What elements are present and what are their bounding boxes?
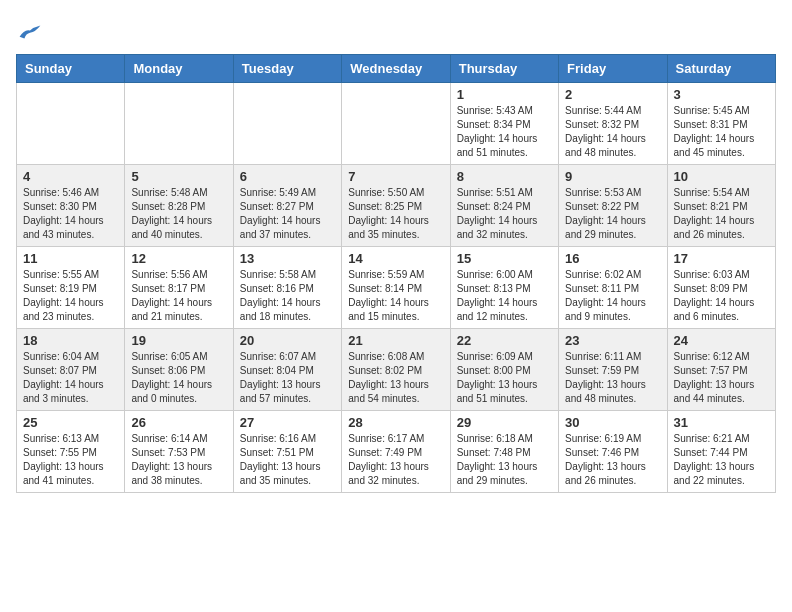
calendar-week-row: 4Sunrise: 5:46 AM Sunset: 8:30 PM Daylig…	[17, 165, 776, 247]
day-info: Sunrise: 6:11 AM Sunset: 7:59 PM Dayligh…	[565, 350, 660, 406]
calendar-week-row: 25Sunrise: 6:13 AM Sunset: 7:55 PM Dayli…	[17, 411, 776, 493]
calendar-cell: 9Sunrise: 5:53 AM Sunset: 8:22 PM Daylig…	[559, 165, 667, 247]
col-header-sunday: Sunday	[17, 55, 125, 83]
day-number: 12	[131, 251, 226, 266]
day-number: 11	[23, 251, 118, 266]
day-info: Sunrise: 6:05 AM Sunset: 8:06 PM Dayligh…	[131, 350, 226, 406]
calendar-week-row: 1Sunrise: 5:43 AM Sunset: 8:34 PM Daylig…	[17, 83, 776, 165]
day-number: 24	[674, 333, 769, 348]
calendar-cell: 19Sunrise: 6:05 AM Sunset: 8:06 PM Dayli…	[125, 329, 233, 411]
logo	[16, 20, 42, 44]
day-info: Sunrise: 5:55 AM Sunset: 8:19 PM Dayligh…	[23, 268, 118, 324]
day-number: 13	[240, 251, 335, 266]
day-info: Sunrise: 5:56 AM Sunset: 8:17 PM Dayligh…	[131, 268, 226, 324]
calendar-cell: 24Sunrise: 6:12 AM Sunset: 7:57 PM Dayli…	[667, 329, 775, 411]
day-number: 1	[457, 87, 552, 102]
day-number: 6	[240, 169, 335, 184]
day-info: Sunrise: 6:13 AM Sunset: 7:55 PM Dayligh…	[23, 432, 118, 488]
calendar-cell: 15Sunrise: 6:00 AM Sunset: 8:13 PM Dayli…	[450, 247, 558, 329]
calendar-cell: 23Sunrise: 6:11 AM Sunset: 7:59 PM Dayli…	[559, 329, 667, 411]
col-header-wednesday: Wednesday	[342, 55, 450, 83]
day-info: Sunrise: 5:54 AM Sunset: 8:21 PM Dayligh…	[674, 186, 769, 242]
calendar-cell: 29Sunrise: 6:18 AM Sunset: 7:48 PM Dayli…	[450, 411, 558, 493]
day-info: Sunrise: 6:14 AM Sunset: 7:53 PM Dayligh…	[131, 432, 226, 488]
day-info: Sunrise: 5:51 AM Sunset: 8:24 PM Dayligh…	[457, 186, 552, 242]
calendar-cell: 16Sunrise: 6:02 AM Sunset: 8:11 PM Dayli…	[559, 247, 667, 329]
calendar-cell: 22Sunrise: 6:09 AM Sunset: 8:00 PM Dayli…	[450, 329, 558, 411]
calendar-week-row: 18Sunrise: 6:04 AM Sunset: 8:07 PM Dayli…	[17, 329, 776, 411]
day-info: Sunrise: 6:19 AM Sunset: 7:46 PM Dayligh…	[565, 432, 660, 488]
calendar-table: SundayMondayTuesdayWednesdayThursdayFrid…	[16, 54, 776, 493]
day-info: Sunrise: 6:02 AM Sunset: 8:11 PM Dayligh…	[565, 268, 660, 324]
day-number: 3	[674, 87, 769, 102]
calendar-cell: 4Sunrise: 5:46 AM Sunset: 8:30 PM Daylig…	[17, 165, 125, 247]
day-info: Sunrise: 5:58 AM Sunset: 8:16 PM Dayligh…	[240, 268, 335, 324]
day-number: 21	[348, 333, 443, 348]
calendar-cell: 7Sunrise: 5:50 AM Sunset: 8:25 PM Daylig…	[342, 165, 450, 247]
calendar-cell: 20Sunrise: 6:07 AM Sunset: 8:04 PM Dayli…	[233, 329, 341, 411]
header	[16, 16, 776, 44]
day-number: 17	[674, 251, 769, 266]
calendar-cell: 14Sunrise: 5:59 AM Sunset: 8:14 PM Dayli…	[342, 247, 450, 329]
calendar-cell: 12Sunrise: 5:56 AM Sunset: 8:17 PM Dayli…	[125, 247, 233, 329]
calendar-cell: 3Sunrise: 5:45 AM Sunset: 8:31 PM Daylig…	[667, 83, 775, 165]
col-header-monday: Monday	[125, 55, 233, 83]
day-info: Sunrise: 6:00 AM Sunset: 8:13 PM Dayligh…	[457, 268, 552, 324]
day-info: Sunrise: 5:49 AM Sunset: 8:27 PM Dayligh…	[240, 186, 335, 242]
calendar-cell: 27Sunrise: 6:16 AM Sunset: 7:51 PM Dayli…	[233, 411, 341, 493]
calendar-cell: 1Sunrise: 5:43 AM Sunset: 8:34 PM Daylig…	[450, 83, 558, 165]
calendar-cell: 8Sunrise: 5:51 AM Sunset: 8:24 PM Daylig…	[450, 165, 558, 247]
day-number: 22	[457, 333, 552, 348]
calendar-cell: 13Sunrise: 5:58 AM Sunset: 8:16 PM Dayli…	[233, 247, 341, 329]
calendar-cell: 18Sunrise: 6:04 AM Sunset: 8:07 PM Dayli…	[17, 329, 125, 411]
day-number: 29	[457, 415, 552, 430]
day-info: Sunrise: 6:16 AM Sunset: 7:51 PM Dayligh…	[240, 432, 335, 488]
calendar-cell	[233, 83, 341, 165]
day-number: 26	[131, 415, 226, 430]
calendar-cell: 31Sunrise: 6:21 AM Sunset: 7:44 PM Dayli…	[667, 411, 775, 493]
day-info: Sunrise: 5:44 AM Sunset: 8:32 PM Dayligh…	[565, 104, 660, 160]
calendar-header-row: SundayMondayTuesdayWednesdayThursdayFrid…	[17, 55, 776, 83]
col-header-saturday: Saturday	[667, 55, 775, 83]
day-info: Sunrise: 6:07 AM Sunset: 8:04 PM Dayligh…	[240, 350, 335, 406]
day-number: 23	[565, 333, 660, 348]
day-info: Sunrise: 5:45 AM Sunset: 8:31 PM Dayligh…	[674, 104, 769, 160]
day-info: Sunrise: 5:50 AM Sunset: 8:25 PM Dayligh…	[348, 186, 443, 242]
calendar-cell: 26Sunrise: 6:14 AM Sunset: 7:53 PM Dayli…	[125, 411, 233, 493]
day-number: 2	[565, 87, 660, 102]
day-info: Sunrise: 6:03 AM Sunset: 8:09 PM Dayligh…	[674, 268, 769, 324]
day-number: 5	[131, 169, 226, 184]
day-number: 16	[565, 251, 660, 266]
day-number: 20	[240, 333, 335, 348]
day-info: Sunrise: 6:17 AM Sunset: 7:49 PM Dayligh…	[348, 432, 443, 488]
day-number: 15	[457, 251, 552, 266]
calendar-cell	[17, 83, 125, 165]
day-info: Sunrise: 6:08 AM Sunset: 8:02 PM Dayligh…	[348, 350, 443, 406]
col-header-friday: Friday	[559, 55, 667, 83]
day-number: 25	[23, 415, 118, 430]
day-info: Sunrise: 6:04 AM Sunset: 8:07 PM Dayligh…	[23, 350, 118, 406]
calendar-cell: 2Sunrise: 5:44 AM Sunset: 8:32 PM Daylig…	[559, 83, 667, 165]
col-header-tuesday: Tuesday	[233, 55, 341, 83]
calendar-cell	[125, 83, 233, 165]
day-number: 8	[457, 169, 552, 184]
calendar-week-row: 11Sunrise: 5:55 AM Sunset: 8:19 PM Dayli…	[17, 247, 776, 329]
day-number: 31	[674, 415, 769, 430]
day-number: 10	[674, 169, 769, 184]
day-number: 30	[565, 415, 660, 430]
calendar-cell: 6Sunrise: 5:49 AM Sunset: 8:27 PM Daylig…	[233, 165, 341, 247]
calendar-cell: 5Sunrise: 5:48 AM Sunset: 8:28 PM Daylig…	[125, 165, 233, 247]
calendar-cell: 28Sunrise: 6:17 AM Sunset: 7:49 PM Dayli…	[342, 411, 450, 493]
day-number: 14	[348, 251, 443, 266]
calendar-cell: 25Sunrise: 6:13 AM Sunset: 7:55 PM Dayli…	[17, 411, 125, 493]
day-info: Sunrise: 5:46 AM Sunset: 8:30 PM Dayligh…	[23, 186, 118, 242]
day-number: 18	[23, 333, 118, 348]
day-info: Sunrise: 5:53 AM Sunset: 8:22 PM Dayligh…	[565, 186, 660, 242]
logo-bird-icon	[18, 20, 42, 44]
col-header-thursday: Thursday	[450, 55, 558, 83]
day-info: Sunrise: 5:48 AM Sunset: 8:28 PM Dayligh…	[131, 186, 226, 242]
day-info: Sunrise: 6:18 AM Sunset: 7:48 PM Dayligh…	[457, 432, 552, 488]
day-number: 19	[131, 333, 226, 348]
day-number: 4	[23, 169, 118, 184]
day-info: Sunrise: 6:09 AM Sunset: 8:00 PM Dayligh…	[457, 350, 552, 406]
